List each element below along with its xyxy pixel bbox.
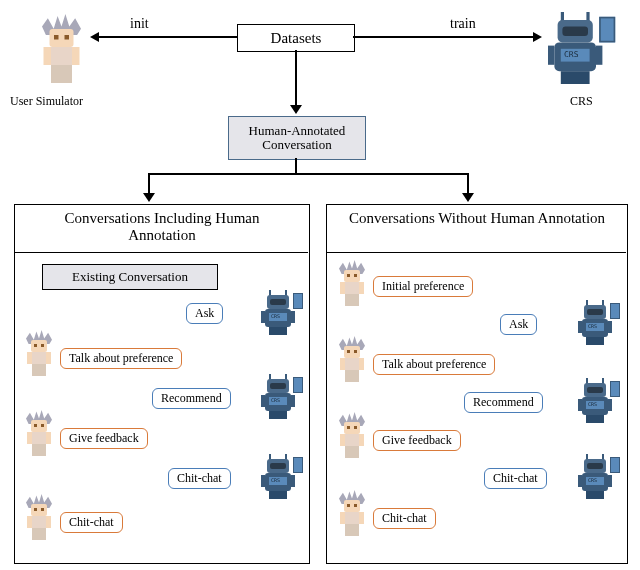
datasets-box: Datasets [237,24,355,52]
right-initial-pref-bubble: Initial preference [373,276,473,297]
down-arrow-1 [295,50,297,105]
right-panel-title: Conversations Without Human Annotation [348,210,606,227]
existing-conversation-label: Existing Conversation [72,269,188,285]
init-arrow [98,36,237,38]
branch-right-down [467,173,469,193]
right-user-4 [335,490,369,536]
datasets-label: Datasets [271,30,322,47]
left-title-divider [14,252,308,253]
right-robot-2 [578,378,618,424]
left-talk-pref-bubble: Talk about preference [60,348,182,369]
existing-conversation-box: Existing Conversation [42,264,218,290]
right-talk-pref-bubble: Talk about preference [373,354,495,375]
right-title-divider [326,252,626,253]
train-arrow-head [533,32,542,42]
branch-horizontal [148,173,468,175]
left-recommend-bubble: Recommend [152,388,231,409]
right-user-3 [335,412,369,458]
crs-label: CRS [570,94,593,109]
left-ask-bubble: Ask [186,303,223,324]
branch-left-head [143,193,155,202]
left-user-2 [22,410,56,456]
crs-sprite [548,12,612,86]
left-panel-title: Conversations Including Human Annotation [36,210,288,244]
right-recommend-bubble: Recommend [464,392,543,413]
init-label: init [130,16,149,32]
human-annotated-box: Human-Annotated Conversation [228,116,366,160]
right-user-1 [335,260,369,306]
left-robot-2 [261,374,301,420]
down-arrow-1-head [290,105,302,114]
right-ask-bubble: Ask [500,314,537,335]
train-label: train [450,16,476,32]
right-chit-user-bubble: Chit-chat [373,508,436,529]
train-arrow [353,36,533,38]
left-robot-3 [261,454,301,500]
user-simulator-label: User Simulator [10,94,83,109]
right-robot-3 [578,454,618,500]
left-user-1 [22,330,56,376]
right-robot-1 [578,300,618,346]
right-chit-robot-bubble: Chit-chat [484,468,547,489]
branch-stem [295,158,297,174]
left-chit-robot-bubble: Chit-chat [168,468,231,489]
left-robot-1 [261,290,301,336]
right-give-feedback-bubble: Give feedback [373,430,461,451]
right-user-2 [335,336,369,382]
left-give-feedback-bubble: Give feedback [60,428,148,449]
left-chit-user-bubble: Chit-chat [60,512,123,533]
branch-left-down [148,173,150,193]
left-user-3 [22,494,56,540]
user-simulator-sprite [36,14,87,83]
human-annotated-label: Human-Annotated Conversation [229,122,365,155]
init-arrow-head [90,32,99,42]
branch-right-head [462,193,474,202]
